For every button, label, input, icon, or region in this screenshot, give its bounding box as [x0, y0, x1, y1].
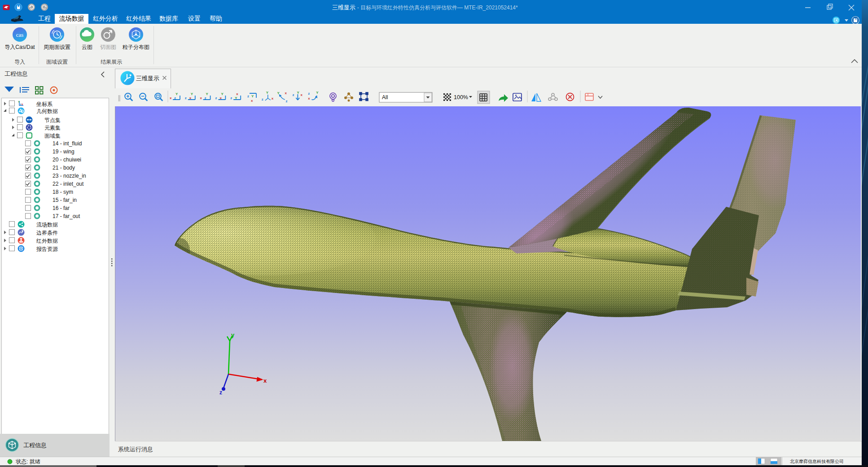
svg-text:z: z — [247, 94, 249, 98]
svg-text:x: x — [285, 91, 287, 95]
svg-text:z: z — [308, 92, 310, 96]
svg-text:Y: Y — [251, 94, 254, 98]
svg-text:z: z — [262, 97, 263, 101]
svg-text:z: z — [292, 93, 294, 97]
svg-text:Y: Y — [18, 100, 20, 103]
svg-text:100%: 100% — [454, 94, 468, 100]
svg-text:All: All — [382, 94, 388, 100]
svg-text:x: x — [251, 99, 253, 103]
svg-text:x: x — [189, 96, 192, 100]
svg-text:cas: cas — [16, 31, 24, 38]
svg-text:z: z — [219, 389, 222, 396]
svg-text:y: y — [231, 332, 235, 338]
svg-text:Y: Y — [266, 91, 269, 95]
svg-text:x: x — [200, 96, 202, 100]
svg-text:Y: Y — [297, 91, 299, 95]
svg-text:Y: Y — [175, 92, 178, 96]
svg-text:z: z — [286, 99, 288, 103]
svg-text:Y: Y — [235, 96, 237, 100]
svg-text:x: x — [236, 92, 238, 96]
svg-text:x: x — [272, 96, 274, 100]
svg-text:Y: Y — [191, 92, 193, 96]
svg-text:x: x — [263, 377, 267, 384]
svg-text:x: x — [22, 103, 23, 105]
svg-text:z: z — [215, 96, 217, 100]
svg-text:Y: Y — [221, 92, 224, 96]
svg-text:Y: Y — [277, 91, 280, 95]
svg-text:x: x — [170, 96, 172, 100]
svg-text:x: x — [308, 96, 310, 100]
svg-text:x: x — [300, 93, 302, 97]
svg-text:Y: Y — [206, 92, 209, 96]
svg-text:x: x — [219, 96, 222, 100]
svg-text:z: z — [205, 96, 206, 100]
svg-text:z: z — [230, 96, 232, 100]
svg-text:Y: Y — [316, 91, 319, 95]
svg-text:z: z — [185, 96, 187, 100]
svg-text:z: z — [174, 96, 176, 100]
